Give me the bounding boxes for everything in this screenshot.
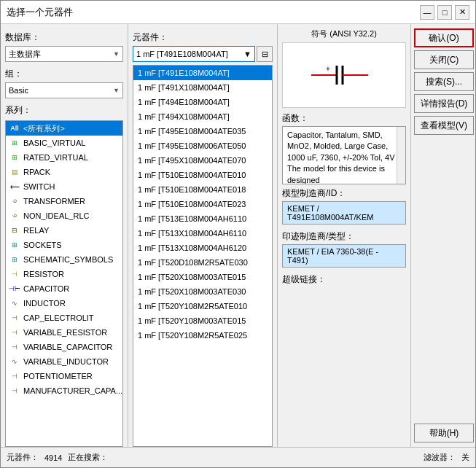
- title-bar: 选择一个元器件 — □ ✕: [1, 1, 475, 24]
- series-label-relay: RELAY: [23, 226, 49, 235]
- comp-item-6[interactable]: 1 mF [T495X108M004ATE070: [133, 153, 272, 168]
- filter-label: 滤波器：: [424, 452, 456, 463]
- series-item-inductor[interactable]: ∿INDUCTOR: [6, 296, 122, 311]
- comp-item-14[interactable]: 1 mF [T520X108M003ATE015: [133, 270, 272, 284]
- series-item-non_ideal_rlc[interactable]: ꩜NON_IDEAL_RLC: [6, 208, 122, 223]
- symbol-box: +: [282, 42, 406, 108]
- comp-item-13[interactable]: 1 mF [T520D108M2R5ATE030: [133, 255, 272, 270]
- database-dropdown[interactable]: 主数据库 ▼: [5, 46, 123, 62]
- series-item-switch[interactable]: ⟵SWITCH: [6, 179, 122, 194]
- series-item-variable_resistor[interactable]: ⊣VARIABLE_RESISTOR: [6, 325, 122, 340]
- series-icon-variable_capacitor: ⊣: [9, 343, 20, 351]
- content-area: 数据库： 主数据库 ▼ 组： Basic ▼ 系列： All<所有系列>⊞BAS…: [1, 24, 475, 447]
- footprint-section: 印迹制造商/类型： KEMET / EIA 7360-38(E - T491): [282, 230, 406, 270]
- comp-item-8[interactable]: 1 mF [T510E108M004ATE018: [133, 182, 272, 197]
- series-item-potentiometer[interactable]: ⊣POTENTIOMETER: [6, 369, 122, 383]
- function-label: 函数：: [282, 112, 406, 125]
- series-item-basic_virtual[interactable]: ⊞BASIC_VIRTUAL: [6, 136, 122, 150]
- series-icon-schematic_symbols: ⊞: [9, 255, 20, 264]
- series-label-cap_electrolit: CAP_ELECTROLIT: [23, 313, 94, 322]
- function-scrollbar[interactable]: [397, 127, 405, 184]
- series-item-capacitor[interactable]: ⊣⊢CAPACITOR: [6, 281, 122, 296]
- series-label: 系列：: [5, 104, 123, 117]
- series-icon-capacitor: ⊣⊢: [9, 284, 20, 293]
- series-label-inductor: INDUCTOR: [23, 299, 66, 308]
- comp-item-4[interactable]: 1 mF [T495E108M004ATE035: [133, 124, 272, 139]
- comp-item-3[interactable]: 1 mF [T494X108M004AT]: [133, 109, 272, 124]
- group-dropdown[interactable]: Basic ▼: [5, 82, 123, 98]
- series-icon-variable_resistor: ⊣: [9, 328, 20, 337]
- series-label-switch: SWITCH: [23, 182, 55, 191]
- comp-item-18[interactable]: 1 mF [T520Y108M2R5ATE025: [133, 328, 272, 343]
- series-icon-transformer: ꩜: [9, 197, 20, 206]
- search-button[interactable]: 搜索(S)...: [414, 72, 474, 91]
- function-box: Capacitor, Tantalum, SMD, MnO2, Molded, …: [282, 126, 406, 184]
- help-button[interactable]: 帮助(H): [414, 424, 474, 442]
- comp-item-7[interactable]: 1 mF [T510E108M004ATE010: [133, 168, 272, 182]
- right-panel: 符号 (ANSI Y32.2) +: [278, 24, 411, 447]
- component-dropdown[interactable]: 1 mF [T491E108M004AT] ▼: [133, 46, 255, 62]
- comp-item-0[interactable]: 1 mF [T491E108M004AT]: [133, 66, 272, 80]
- series-item-variable_inductor[interactable]: ∿VARIABLE_INDUCTOR: [6, 354, 122, 369]
- footprint-value: KEMET / EIA 7360-38(E - T491): [287, 247, 378, 265]
- series-label-basic_virtual: BASIC_VIRTUAL: [23, 139, 85, 147]
- footprint-label: 印迹制造商/类型：: [282, 230, 406, 243]
- series-item-transformer[interactable]: ꩜TRANSFORMER: [6, 194, 122, 208]
- series-item-resistor[interactable]: ⊣RESISTOR: [6, 267, 122, 281]
- svg-text:+: +: [326, 65, 330, 73]
- series-item-rated_virtual[interactable]: ⊞RATED_VIRTUAL: [6, 150, 122, 165]
- series-icon-all: All: [9, 124, 20, 133]
- component-label: 元器件：: [133, 31, 273, 44]
- series-item-sockets[interactable]: ⊞SOCKETS: [6, 238, 122, 252]
- detail-report-button[interactable]: 详情报告(D): [414, 94, 474, 113]
- model-value-box: KEMET / T491E108M004AT/KEM: [282, 201, 406, 225]
- series-label-variable_resistor: VARIABLE_RESISTOR: [23, 328, 107, 337]
- series-list[interactable]: All<所有系列>⊞BASIC_VIRTUAL⊞RATED_VIRTUAL▤RP…: [5, 120, 123, 447]
- series-icon-relay: ⊟: [9, 226, 20, 235]
- component-count-label: 元器件：: [7, 452, 39, 463]
- comp-item-12[interactable]: 1 mF [T513X108M004AH6120: [133, 241, 272, 255]
- comp-item-11[interactable]: 1 mF [T513X108M004AH6110: [133, 226, 272, 241]
- database-dropdown-arrow: ▼: [113, 50, 120, 58]
- symbol-section: 符号 (ANSI Y32.2) +: [282, 28, 406, 108]
- group-value: Basic: [9, 86, 28, 95]
- comp-item-2[interactable]: 1 mF [T494E108M004AT]: [133, 95, 272, 109]
- comp-item-15[interactable]: 1 mF [T520X108M003ATE030: [133, 284, 272, 299]
- maximize-button[interactable]: □: [437, 5, 452, 20]
- comp-item-5[interactable]: 1 mF [T495E108M006ATE050: [133, 139, 272, 153]
- series-item-schematic_symbols[interactable]: ⊞SCHEMATIC_SYMBOLS: [6, 252, 122, 267]
- series-label-manufacturer_capa: MANUFACTURER_CAPA...: [23, 386, 122, 395]
- component-count: 4914: [44, 453, 62, 462]
- view-model-button[interactable]: 查看模型(V): [414, 116, 474, 135]
- model-value: KEMET / T491E108M004AT/KEM: [287, 204, 373, 222]
- selected-component: 1 mF [T491E108M004AT]: [136, 50, 228, 58]
- close-dialog-button[interactable]: 关闭(C): [414, 50, 474, 69]
- comp-item-9[interactable]: 1 mF [T510E108M004ATE023: [133, 197, 272, 211]
- comp-item-1[interactable]: 1 mF [T491X108M004AT]: [133, 80, 272, 95]
- filter-button[interactable]: ⊟: [257, 46, 273, 62]
- close-button[interactable]: ✕: [455, 5, 469, 20]
- series-item-manufacturer_capa[interactable]: ⊣MANUFACTURER_CAPA...: [6, 383, 122, 398]
- function-text: Capacitor, Tantalum, SMD, MnO2, Molded, …: [287, 130, 395, 162]
- left-panel: 数据库： 主数据库 ▼ 组： Basic ▼ 系列： All<所有系列>⊞BAS…: [1, 24, 128, 447]
- comp-item-16[interactable]: 1 mF [T520Y108M2R5ATE010: [133, 299, 272, 313]
- series-item-variable_capacitor[interactable]: ⊣VARIABLE_CAPACITOR: [6, 340, 122, 354]
- hyperlink-label: 超级链接：: [282, 273, 406, 286]
- searching-label: 正在搜索：: [68, 452, 108, 463]
- series-label-rated_virtual: RATED_VIRTUAL: [23, 153, 88, 162]
- series-icon-potentiometer: ⊣: [9, 372, 20, 381]
- series-item-cap_electrolit[interactable]: ⊣CAP_ELECTROLIT: [6, 311, 122, 325]
- series-item-rpack[interactable]: ▤RPACK: [6, 165, 122, 179]
- filter-icon: ⊟: [262, 50, 268, 59]
- comp-item-17[interactable]: 1 mF [T520Y108M003ATE015: [133, 313, 272, 328]
- series-item-relay[interactable]: ⊟RELAY: [6, 223, 122, 238]
- series-label-sockets: SOCKETS: [23, 241, 62, 249]
- series-icon-rpack: ▤: [9, 168, 20, 176]
- confirm-button[interactable]: 确认(O): [414, 28, 474, 47]
- comp-item-10[interactable]: 1 mF [T513E108M004AH6110: [133, 211, 272, 226]
- series-item-all[interactable]: All<所有系列>: [6, 121, 122, 136]
- component-list[interactable]: 1 mF [T491E108M004AT]1 mF [T491X108M004A…: [133, 65, 273, 447]
- minimize-button[interactable]: —: [420, 5, 434, 20]
- series-icon-inductor: ∿: [9, 299, 20, 308]
- series-label-rpack: RPACK: [23, 168, 50, 176]
